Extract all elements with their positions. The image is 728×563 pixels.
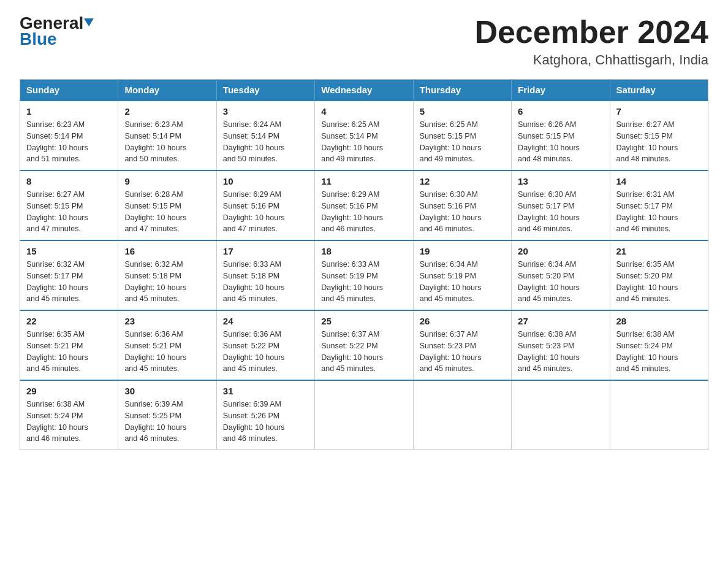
day-header-wednesday: Wednesday <box>315 80 413 101</box>
calendar-cell: 22Sunrise: 6:35 AMSunset: 5:21 PMDayligh… <box>20 310 118 380</box>
days-of-week-row: SundayMondayTuesdayWednesdayThursdayFrid… <box>20 80 708 101</box>
calendar-body: 1Sunrise: 6:23 AMSunset: 5:14 PMDaylight… <box>20 101 708 450</box>
day-number: 31 <box>223 386 308 396</box>
calendar-cell: 20Sunrise: 6:34 AMSunset: 5:20 PMDayligh… <box>512 240 610 310</box>
calendar-cell: 6Sunrise: 6:26 AMSunset: 5:15 PMDaylight… <box>512 101 610 170</box>
logo-bottom: Blue <box>20 31 94 48</box>
day-info: Sunrise: 6:34 AMSunset: 5:19 PMDaylight:… <box>420 259 505 305</box>
day-number: 19 <box>420 246 505 256</box>
day-info: Sunrise: 6:38 AMSunset: 5:24 PMDaylight:… <box>616 329 702 375</box>
day-info: Sunrise: 6:27 AMSunset: 5:15 PMDaylight:… <box>616 119 702 165</box>
week-row-1: 1Sunrise: 6:23 AMSunset: 5:14 PMDaylight… <box>20 101 708 170</box>
calendar-cell: 12Sunrise: 6:30 AMSunset: 5:16 PMDayligh… <box>413 170 511 240</box>
day-info: Sunrise: 6:23 AMSunset: 5:14 PMDaylight:… <box>26 119 112 165</box>
logo-triangle-icon <box>84 18 94 26</box>
calendar-cell: 14Sunrise: 6:31 AMSunset: 5:17 PMDayligh… <box>610 170 708 240</box>
calendar-header: SundayMondayTuesdayWednesdayThursdayFrid… <box>20 80 708 101</box>
day-info: Sunrise: 6:32 AMSunset: 5:18 PMDaylight:… <box>124 259 210 305</box>
day-info: Sunrise: 6:29 AMSunset: 5:16 PMDaylight:… <box>223 189 308 235</box>
day-info: Sunrise: 6:36 AMSunset: 5:21 PMDaylight:… <box>124 329 210 375</box>
day-info: Sunrise: 6:25 AMSunset: 5:15 PMDaylight:… <box>420 119 505 165</box>
calendar-cell: 4Sunrise: 6:25 AMSunset: 5:14 PMDaylight… <box>315 101 413 170</box>
calendar-cell: 31Sunrise: 6:39 AMSunset: 5:26 PMDayligh… <box>216 380 314 450</box>
calendar-cell: 10Sunrise: 6:29 AMSunset: 5:16 PMDayligh… <box>216 170 314 240</box>
day-number: 12 <box>420 176 505 186</box>
logo: General Blue <box>20 15 94 48</box>
calendar-cell <box>413 380 511 450</box>
day-number: 23 <box>124 316 210 326</box>
calendar-cell: 21Sunrise: 6:35 AMSunset: 5:20 PMDayligh… <box>610 240 708 310</box>
day-number: 22 <box>26 316 112 326</box>
day-info: Sunrise: 6:38 AMSunset: 5:24 PMDaylight:… <box>26 399 112 445</box>
day-number: 11 <box>321 176 406 186</box>
day-number: 10 <box>223 176 308 186</box>
calendar-cell: 13Sunrise: 6:30 AMSunset: 5:17 PMDayligh… <box>512 170 610 240</box>
calendar-cell: 11Sunrise: 6:29 AMSunset: 5:16 PMDayligh… <box>315 170 413 240</box>
day-number: 25 <box>321 316 406 326</box>
day-number: 13 <box>518 176 603 186</box>
day-info: Sunrise: 6:35 AMSunset: 5:21 PMDaylight:… <box>26 329 112 375</box>
day-number: 3 <box>223 106 308 117</box>
day-number: 30 <box>124 386 210 396</box>
day-number: 29 <box>26 386 112 396</box>
calendar-title: December 2024 <box>474 15 708 50</box>
day-info: Sunrise: 6:39 AMSunset: 5:25 PMDaylight:… <box>124 399 210 445</box>
calendar-cell <box>512 380 610 450</box>
day-number: 27 <box>518 316 603 326</box>
day-number: 7 <box>616 106 702 117</box>
calendar-cell: 30Sunrise: 6:39 AMSunset: 5:25 PMDayligh… <box>118 380 216 450</box>
day-number: 2 <box>124 106 210 117</box>
day-number: 18 <box>321 246 406 256</box>
day-info: Sunrise: 6:33 AMSunset: 5:19 PMDaylight:… <box>321 259 406 305</box>
calendar-cell: 26Sunrise: 6:37 AMSunset: 5:23 PMDayligh… <box>413 310 511 380</box>
calendar-cell: 7Sunrise: 6:27 AMSunset: 5:15 PMDaylight… <box>610 101 708 170</box>
week-row-5: 29Sunrise: 6:38 AMSunset: 5:24 PMDayligh… <box>20 380 708 450</box>
day-header-tuesday: Tuesday <box>216 80 314 101</box>
day-number: 9 <box>124 176 210 186</box>
day-info: Sunrise: 6:29 AMSunset: 5:16 PMDaylight:… <box>321 189 406 235</box>
calendar-cell: 8Sunrise: 6:27 AMSunset: 5:15 PMDaylight… <box>20 170 118 240</box>
calendar-cell: 9Sunrise: 6:28 AMSunset: 5:15 PMDaylight… <box>118 170 216 240</box>
day-number: 6 <box>518 106 603 117</box>
day-info: Sunrise: 6:23 AMSunset: 5:14 PMDaylight:… <box>124 119 210 165</box>
week-row-3: 15Sunrise: 6:32 AMSunset: 5:17 PMDayligh… <box>20 240 708 310</box>
calendar-cell: 19Sunrise: 6:34 AMSunset: 5:19 PMDayligh… <box>413 240 511 310</box>
calendar-cell: 24Sunrise: 6:36 AMSunset: 5:22 PMDayligh… <box>216 310 314 380</box>
calendar-subtitle: Katghora, Chhattisgarh, India <box>474 52 708 68</box>
calendar-cell: 18Sunrise: 6:33 AMSunset: 5:19 PMDayligh… <box>315 240 413 310</box>
calendar-table: SundayMondayTuesdayWednesdayThursdayFrid… <box>20 79 708 450</box>
day-info: Sunrise: 6:35 AMSunset: 5:20 PMDaylight:… <box>616 259 702 305</box>
day-number: 21 <box>616 246 702 256</box>
calendar-cell: 2Sunrise: 6:23 AMSunset: 5:14 PMDaylight… <box>118 101 216 170</box>
day-header-saturday: Saturday <box>610 80 708 101</box>
calendar-cell: 16Sunrise: 6:32 AMSunset: 5:18 PMDayligh… <box>118 240 216 310</box>
calendar-cell: 5Sunrise: 6:25 AMSunset: 5:15 PMDaylight… <box>413 101 511 170</box>
calendar-cell: 25Sunrise: 6:37 AMSunset: 5:22 PMDayligh… <box>315 310 413 380</box>
day-number: 20 <box>518 246 603 256</box>
day-info: Sunrise: 6:28 AMSunset: 5:15 PMDaylight:… <box>124 189 210 235</box>
calendar-cell: 3Sunrise: 6:24 AMSunset: 5:14 PMDaylight… <box>216 101 314 170</box>
calendar-cell: 17Sunrise: 6:33 AMSunset: 5:18 PMDayligh… <box>216 240 314 310</box>
day-info: Sunrise: 6:37 AMSunset: 5:23 PMDaylight:… <box>420 329 505 375</box>
day-info: Sunrise: 6:26 AMSunset: 5:15 PMDaylight:… <box>518 119 603 165</box>
day-number: 8 <box>26 176 112 186</box>
calendar-cell <box>315 380 413 450</box>
page-header: General Blue December 2024 Katghora, Chh… <box>20 15 708 68</box>
day-info: Sunrise: 6:31 AMSunset: 5:17 PMDaylight:… <box>616 189 702 235</box>
day-number: 1 <box>26 106 112 117</box>
day-info: Sunrise: 6:32 AMSunset: 5:17 PMDaylight:… <box>26 259 112 305</box>
day-number: 28 <box>616 316 702 326</box>
day-header-friday: Friday <box>512 80 610 101</box>
day-info: Sunrise: 6:36 AMSunset: 5:22 PMDaylight:… <box>223 329 308 375</box>
title-block: December 2024 Katghora, Chhattisgarh, In… <box>474 15 708 68</box>
day-number: 16 <box>124 246 210 256</box>
calendar-cell: 1Sunrise: 6:23 AMSunset: 5:14 PMDaylight… <box>20 101 118 170</box>
day-info: Sunrise: 6:39 AMSunset: 5:26 PMDaylight:… <box>223 399 308 445</box>
calendar-cell: 23Sunrise: 6:36 AMSunset: 5:21 PMDayligh… <box>118 310 216 380</box>
day-number: 15 <box>26 246 112 256</box>
day-header-sunday: Sunday <box>20 80 118 101</box>
day-info: Sunrise: 6:37 AMSunset: 5:22 PMDaylight:… <box>321 329 406 375</box>
day-header-monday: Monday <box>118 80 216 101</box>
day-info: Sunrise: 6:25 AMSunset: 5:14 PMDaylight:… <box>321 119 406 165</box>
day-number: 5 <box>420 106 505 117</box>
